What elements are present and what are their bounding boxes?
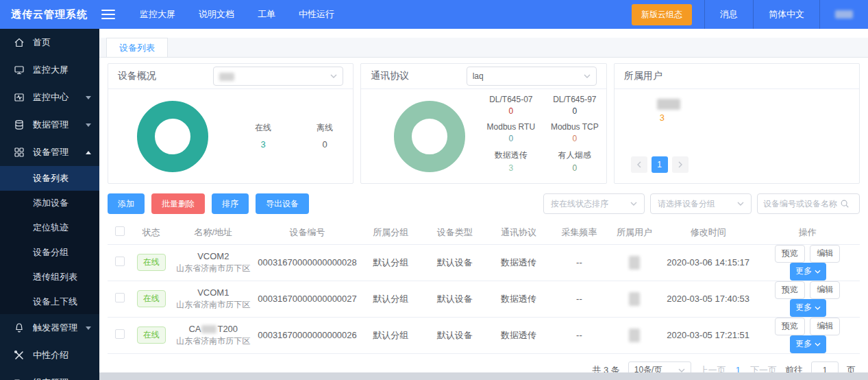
- online-stat: 在线 3: [243, 122, 284, 150]
- online-status-sort-select[interactable]: 按在线状态排序: [543, 193, 645, 214]
- table-row: 在线 VCOM1山东省济南市历下区 00031670000000000027 默…: [108, 281, 860, 317]
- hamburger-menu-icon[interactable]: [101, 10, 115, 19]
- redacted-select-value: [219, 73, 234, 81]
- language-link[interactable]: 简体中文: [753, 0, 819, 29]
- owner-page-1-button[interactable]: 1: [652, 156, 668, 173]
- sidebar-item-monitor-center[interactable]: 监控中心: [0, 84, 99, 111]
- select-all-checkbox[interactable]: [115, 226, 125, 236]
- tab-device-list[interactable]: 设备列表: [106, 38, 168, 57]
- content-top-strip: [99, 29, 868, 38]
- protocol-stats: DL/T645-070 DL/T645-970 Modbus RTU0 Modb…: [481, 95, 604, 173]
- device-search-input[interactable]: [763, 199, 840, 209]
- preview-button[interactable]: 预览: [775, 281, 805, 299]
- submenu-item-passthrough-group-list[interactable]: 透传组列表: [0, 265, 99, 289]
- device-overview-panel: 设备概况 在线 3 离线 0: [108, 63, 354, 184]
- more-button[interactable]: 更多: [790, 299, 826, 317]
- device-table: 状态 名称/地址 设备编号 所属分组 设备类型 通讯协议 采集频率 所属用户 修…: [108, 221, 860, 354]
- submenu-item-add-device[interactable]: 添加设备: [0, 191, 99, 215]
- app-title: 透传云管理系统: [0, 8, 101, 21]
- nav-work-order[interactable]: 工单: [258, 8, 275, 21]
- offline-stat: 离线 0: [304, 122, 345, 150]
- online-donut-chart: [137, 101, 208, 172]
- edit-button[interactable]: 编辑: [810, 245, 840, 263]
- protocol-select[interactable]: laq: [467, 67, 597, 86]
- table-row: 在线 VCOM2山东省济南市历下区 00031670000000000028 默…: [108, 244, 860, 281]
- preview-button[interactable]: 预览: [775, 245, 805, 263]
- page-1-button[interactable]: 1: [734, 365, 742, 372]
- sidebar: 首页 监控大屏 监控中心 数据管理 设备管理 设备列表 添加设备 定位轨迹 设备…: [0, 29, 99, 380]
- owner-prev-page-button[interactable]: [631, 156, 647, 173]
- row-checkbox[interactable]: [115, 257, 125, 266]
- summary-panels: 设备概况 在线 3 离线 0: [108, 63, 860, 184]
- prev-page-button[interactable]: 上一页: [699, 364, 726, 373]
- submenu-item-device-group[interactable]: 设备分组: [0, 240, 99, 265]
- sidebar-item-home[interactable]: 首页: [0, 29, 99, 56]
- owner-pagination: 1: [631, 156, 689, 173]
- grid-icon: [14, 147, 25, 158]
- database-icon: [14, 119, 25, 130]
- more-button[interactable]: 更多: [790, 263, 826, 281]
- user-menu[interactable]: [819, 0, 868, 29]
- sort-button[interactable]: 排序: [212, 193, 249, 214]
- status-badge: 在线: [137, 326, 166, 344]
- edit-button[interactable]: 编辑: [810, 318, 840, 335]
- row-checkbox[interactable]: [115, 293, 125, 302]
- chevron-up-icon: [86, 151, 91, 154]
- top-nav: 监控大屏 说明文档 工单 中性运行: [140, 8, 334, 21]
- bell-icon: [14, 322, 25, 333]
- protocol-panel: 通讯协议 laq DL/T645-070 DL/T645-970 Modbus …: [360, 63, 606, 184]
- redacted-owner-name: [657, 99, 680, 110]
- table-pagination: 共 3 条 10条/页 上一页 1 下一页 前往 页: [108, 354, 860, 373]
- nav-neutral-run[interactable]: 中性运行: [299, 8, 334, 21]
- sidebar-item-device-management[interactable]: 设备管理: [0, 139, 99, 166]
- submenu-item-location-track[interactable]: 定位轨迹: [0, 215, 99, 240]
- sidebar-item-data-management[interactable]: 数据管理: [0, 111, 99, 139]
- row-checkbox[interactable]: [115, 329, 125, 339]
- new-scada-button[interactable]: 新版云组态: [632, 4, 692, 25]
- sidebar-item-neutral-intro[interactable]: 中性介绍: [0, 342, 99, 369]
- export-devices-button[interactable]: 导出设备: [256, 193, 309, 214]
- home-icon: [14, 37, 25, 48]
- tab-bar: 设备列表: [99, 38, 868, 58]
- next-page-button[interactable]: 下一页: [750, 364, 777, 373]
- goto-page-input[interactable]: [811, 361, 839, 373]
- edit-button[interactable]: 编辑: [810, 281, 840, 299]
- redacted-name-part: [201, 325, 216, 333]
- monitor-center-icon: [14, 92, 25, 103]
- preview-button[interactable]: 预览: [775, 318, 805, 335]
- device-group-select[interactable]: 请选择设备分组: [650, 193, 752, 214]
- device-list-card: 设备概况 在线 3 离线 0: [99, 58, 868, 372]
- page-size-select[interactable]: 10条/页: [628, 361, 691, 373]
- total-count: 共 3 条: [592, 364, 619, 373]
- main-content: 设备列表 设备概况 在线 3: [99, 29, 868, 380]
- sidebar-item-scada-management[interactable]: 组态管理: [0, 369, 99, 380]
- table-toolbar: 添加 批量删除 排序 导出设备 按在线状态排序 请选择设备分组: [108, 193, 860, 214]
- more-button[interactable]: 更多: [790, 335, 826, 353]
- nav-docs[interactable]: 说明文档: [199, 8, 234, 21]
- redacted-owner: [629, 292, 640, 306]
- table-header-row: 状态 名称/地址 设备编号 所属分组 设备类型 通讯协议 采集频率 所属用户 修…: [108, 221, 860, 244]
- tools-icon: [14, 350, 25, 361]
- submenu-item-device-online-offline[interactable]: 设备上下线: [0, 289, 99, 314]
- nav-monitor-screen[interactable]: 监控大屏: [140, 8, 175, 21]
- status-badge: 在线: [137, 254, 166, 271]
- table-row: 在线 CAT200 山东省济南市历下区 00031670000000000026…: [108, 317, 860, 353]
- sidebar-item-monitor-screen[interactable]: 监控大屏: [0, 56, 99, 84]
- panel-title-protocol: 通讯协议: [371, 70, 409, 82]
- device-search-box: [757, 193, 860, 214]
- owner-next-page-button[interactable]: [672, 156, 689, 173]
- goto-label: 前往: [785, 364, 803, 373]
- folder-icon: [14, 377, 25, 380]
- owner-device-count: 3: [660, 112, 665, 123]
- redacted-owner: [629, 256, 640, 270]
- overview-select[interactable]: [213, 67, 343, 86]
- topbar-right: 新版云组态 消息 简体中文: [632, 0, 868, 29]
- messages-link[interactable]: 消息: [704, 0, 753, 29]
- device-management-submenu: 设备列表 添加设备 定位轨迹 设备分组 透传组列表 设备上下线: [0, 166, 99, 314]
- sidebar-item-trigger-management[interactable]: 触发器管理: [0, 314, 99, 342]
- submenu-item-device-list[interactable]: 设备列表: [0, 166, 99, 191]
- chevron-down-icon: [86, 326, 91, 330]
- chevron-down-icon: [86, 123, 91, 127]
- add-button[interactable]: 添加: [108, 193, 145, 214]
- batch-delete-button[interactable]: 批量删除: [151, 193, 205, 214]
